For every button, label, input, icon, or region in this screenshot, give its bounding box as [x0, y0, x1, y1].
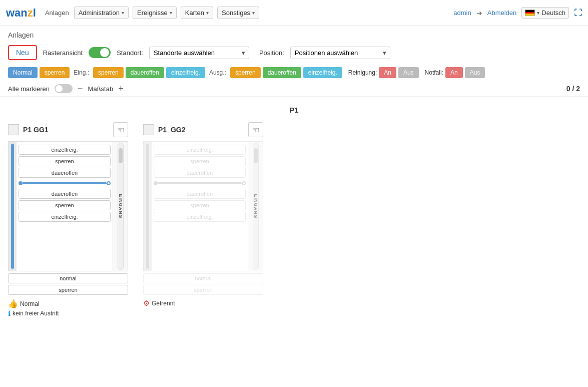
- gate-status-disconnected-text-2: Getrennt: [152, 300, 175, 307]
- navbar: wanzl Anlagen Administration ▾ Ereigniss…: [0, 0, 588, 26]
- alle-markieren-label: Alle markieren: [8, 85, 50, 93]
- left-bar-2: [146, 144, 149, 269]
- gate-left-rail-2: [144, 142, 152, 271]
- karten-menu[interactable]: Karten ▾: [181, 7, 213, 19]
- admin-link[interactable]: admin: [453, 9, 471, 17]
- chevron-down-icon: ▾: [252, 10, 255, 16]
- gate-arm-1: [19, 179, 111, 187]
- reinigung-aus-btn[interactable]: Aus: [398, 67, 419, 78]
- standort-select-wrapper: Standorte auswählen: [149, 47, 249, 59]
- gate-center-2: einzelfreig. sperren daueroffen daueroff…: [152, 142, 248, 271]
- chevron-down-icon: ▾: [170, 10, 172, 16]
- gate-btn-daueroffen-bottom-2[interactable]: daueroffen: [154, 189, 246, 199]
- gate-btn-daueroffen-top-2[interactable]: daueroffen: [154, 168, 246, 178]
- ausg-sperren-btn[interactable]: sperren: [230, 67, 261, 78]
- arm-left-dot-2: [154, 181, 158, 185]
- gate-status-info-text-1: kein freier Austritt: [13, 310, 59, 317]
- gate-btn-sperren-top-2[interactable]: sperren: [154, 156, 246, 166]
- standort-select[interactable]: Standorte auswählen: [149, 47, 249, 59]
- eing-label: Eing.:: [74, 69, 89, 76]
- eingang-label-1: EINGANG: [118, 194, 123, 218]
- position-select-wrapper: Positionen auswählen: [290, 47, 390, 59]
- gate-btn-sperren-bottom-1[interactable]: sperren: [19, 200, 111, 210]
- arm-bar-2: [158, 182, 242, 184]
- gate-btn-normal-1[interactable]: normal: [8, 273, 128, 283]
- eing-einzelfreig-btn[interactable]: einzelfreig.: [166, 67, 205, 78]
- gate-btn-einzelfreig-top-2[interactable]: einzelfreig.: [154, 145, 246, 155]
- chevron-down-icon: ▾: [537, 10, 539, 16]
- gate-arm-2: [154, 179, 246, 187]
- gate-btn-normal-2[interactable]: normal: [143, 273, 263, 283]
- gate-btn-einzelfreig-bottom-2[interactable]: einzelfreig.: [154, 212, 246, 222]
- gate-btn-sperren-bottom-2[interactable]: sperren: [154, 200, 246, 210]
- page-header: Anlagen: [0, 26, 588, 41]
- chevron-down-icon: ▾: [206, 10, 209, 16]
- administration-menu[interactable]: Administration ▾: [74, 7, 129, 19]
- rasteransicht-label: Rasteransicht: [43, 49, 83, 57]
- arm-left-dot-1: [19, 181, 23, 185]
- gate-checkbox-1[interactable]: [8, 124, 19, 135]
- rasteransicht-toggle[interactable]: [89, 47, 111, 58]
- zoom-in-button[interactable]: +: [118, 84, 124, 93]
- gate-hand-icon-1[interactable]: ☜: [113, 122, 128, 137]
- left-bar-1: [11, 144, 14, 269]
- notfall-label: Notfall:: [425, 69, 443, 76]
- eing-sperren-btn[interactable]: sperren: [93, 67, 124, 78]
- gate-bottom-2: normal sperren: [143, 273, 263, 295]
- gate-btn-sperren-top-1[interactable]: sperren: [19, 156, 111, 166]
- toolbar: Neu Rasteransicht Standort: Standorte au…: [0, 41, 588, 64]
- standort-label: Standort:: [117, 49, 143, 57]
- gate-name-1: P1 GG1: [23, 126, 109, 134]
- markieren-row: Alle markieren − Maßstab + 0 / 2: [0, 81, 588, 97]
- normal-btn[interactable]: Normal: [8, 67, 38, 78]
- anlagen-nav-link[interactable]: Anlagen: [44, 7, 70, 19]
- gate-btn-daueroffen-top-1[interactable]: daueroffen: [19, 168, 111, 178]
- scroll-thumb-2: [254, 148, 258, 163]
- neu-button[interactable]: Neu: [8, 45, 37, 60]
- ausg-label: Ausg.:: [209, 69, 226, 76]
- flag-icon: [525, 10, 535, 16]
- gate-center-1: einzelfreig. sperren daueroffen daueroff…: [17, 142, 113, 271]
- gate-btn-sperren-final-2[interactable]: sperren: [143, 285, 263, 295]
- chevron-down-icon: ▾: [122, 10, 124, 16]
- expand-icon[interactable]: ⛶: [574, 9, 582, 18]
- language-selector[interactable]: ▾ Deutsch: [521, 7, 569, 19]
- sonstiges-menu[interactable]: Sonstiges ▾: [217, 7, 259, 19]
- ereignisse-menu[interactable]: Ereignisse ▾: [133, 7, 177, 19]
- alle-markieren-toggle[interactable]: [55, 84, 73, 93]
- gate-checkbox-2[interactable]: [143, 124, 154, 135]
- gate-card-1: P1 GG1 ☜ einzelfreig. sperren daueroffen: [8, 122, 128, 317]
- gate-btn-daueroffen-bottom-1[interactable]: daueroffen: [19, 189, 111, 199]
- disconnected-icon: ⚙: [143, 299, 150, 308]
- reinigung-label: Reinigung:: [348, 69, 377, 76]
- info-icon: ℹ: [8, 309, 11, 317]
- gate-card-2: P1_GG2 ☜ einzelfreig. sperren daueroffen: [143, 122, 263, 317]
- notfall-an-btn[interactable]: An: [445, 67, 463, 78]
- gate-btn-sperren-final-1[interactable]: sperren: [8, 285, 128, 295]
- arm-right-dot-1: [107, 181, 111, 185]
- main-content: P1 P1 GG1 ☜ einzelfreig. sperren dauerof…: [0, 97, 588, 322]
- ausg-daueroffen-btn[interactable]: daueroffen: [263, 67, 301, 78]
- abmelden-link[interactable]: Abmelden: [487, 9, 517, 17]
- position-select[interactable]: Positionen auswählen: [290, 47, 390, 59]
- gate-status-info-1: ℹ kein freier Austritt: [8, 309, 128, 317]
- gate-bottom-1: normal sperren: [8, 273, 128, 295]
- ausg-einzelfreig-btn[interactable]: einzelfreig.: [303, 67, 342, 78]
- gate-visual-1: einzelfreig. sperren daueroffen daueroff…: [8, 141, 128, 271]
- gate-name-2: P1_GG2: [158, 126, 244, 134]
- gate-hand-icon-2[interactable]: ☜: [248, 122, 263, 137]
- gate-status-disconnected-2: ⚙ Getrennt: [143, 299, 263, 308]
- navbar-right: admin ➜ Abmelden ▾ Deutsch ⛶: [453, 7, 582, 19]
- eing-daueroffen-btn[interactable]: daueroffen: [126, 67, 164, 78]
- position-label: Position:: [259, 49, 284, 57]
- zoom-out-button[interactable]: −: [78, 84, 83, 93]
- notfall-aus-btn[interactable]: Aus: [465, 67, 485, 78]
- status-row: Normal sperren Eing.: sperren daueroffen…: [0, 64, 588, 81]
- gate-btn-einzelfreig-bottom-1[interactable]: einzelfreig.: [19, 212, 111, 222]
- reinigung-an-btn[interactable]: An: [379, 67, 396, 78]
- sperren-btn[interactable]: sperren: [40, 67, 70, 78]
- gate-right-side-1: EINGANG: [113, 142, 128, 271]
- gates-row: P1 GG1 ☜ einzelfreig. sperren daueroffen: [8, 122, 580, 317]
- gate-right-side-2: EINGANG: [248, 142, 263, 271]
- gate-btn-einzelfreig-top-1[interactable]: einzelfreig.: [19, 145, 111, 155]
